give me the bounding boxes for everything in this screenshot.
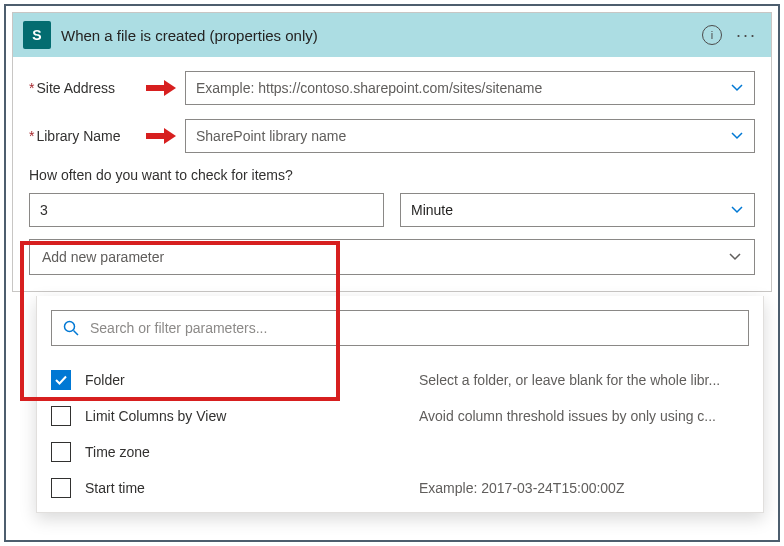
card-body: *Site Address Example: https://contoso.s… (13, 57, 771, 291)
right-arrow-icon (144, 126, 178, 146)
add-parameter-label: Add new parameter (42, 249, 164, 265)
unit-dropdown[interactable]: Minute (400, 193, 755, 227)
chevron-down-icon (728, 250, 742, 264)
trigger-card: S When a file is created (properties onl… (12, 12, 772, 292)
card-title: When a file is created (properties only) (61, 27, 318, 44)
param-checkbox[interactable] (51, 406, 71, 426)
annotation-arrow (137, 126, 185, 146)
param-label: Limit Columns by View (85, 408, 405, 424)
chevron-down-icon (730, 203, 744, 217)
param-label: Start time (85, 480, 405, 496)
site-address-placeholder: Example: https://contoso.sharepoint.com/… (196, 80, 542, 96)
site-address-row: *Site Address Example: https://contoso.s… (29, 71, 755, 105)
param-label: Folder (85, 372, 405, 388)
sharepoint-icon-letter: S (32, 27, 41, 43)
sharepoint-icon: S (23, 21, 51, 49)
chevron-down-icon (730, 81, 744, 95)
frequency-row: 3 Minute (29, 193, 755, 227)
screenshot-frame: S When a file is created (properties onl… (4, 4, 780, 542)
param-item-time-zone[interactable]: Time zone (51, 434, 749, 470)
library-name-dropdown[interactable]: SharePoint library name (185, 119, 755, 153)
param-checkbox[interactable] (51, 442, 71, 462)
search-placeholder: Search or filter parameters... (90, 320, 738, 336)
library-name-label: *Library Name (29, 128, 137, 144)
right-arrow-icon (144, 78, 178, 98)
annotation-arrow (137, 78, 185, 98)
svg-point-0 (65, 322, 75, 332)
param-item-limit-columns[interactable]: Limit Columns by View Avoid column thres… (51, 398, 749, 434)
search-icon (62, 319, 80, 337)
interval-input[interactable]: 3 (29, 193, 384, 227)
unit-value: Minute (411, 202, 453, 218)
library-name-row: *Library Name SharePoint library name (29, 119, 755, 153)
param-checkbox[interactable] (51, 370, 71, 390)
more-menu-icon[interactable]: ··· (732, 25, 761, 46)
param-item-start-time[interactable]: Start time Example: 2017-03-24T15:00:00Z (51, 470, 749, 506)
parameters-popup: Search or filter parameters... Folder Se… (36, 296, 764, 513)
site-address-dropdown[interactable]: Example: https://contoso.sharepoint.com/… (185, 71, 755, 105)
param-desc: Avoid column threshold issues by only us… (419, 408, 749, 424)
param-desc: Select a folder, or leave blank for the … (419, 372, 749, 388)
site-address-label: *Site Address (29, 80, 137, 96)
add-parameter-dropdown[interactable]: Add new parameter (29, 239, 755, 275)
svg-line-1 (74, 331, 79, 336)
library-name-placeholder: SharePoint library name (196, 128, 346, 144)
param-label: Time zone (85, 444, 405, 460)
check-icon (54, 373, 68, 387)
chevron-down-icon (730, 129, 744, 143)
info-icon[interactable]: i (702, 25, 722, 45)
param-item-folder[interactable]: Folder Select a folder, or leave blank f… (51, 362, 749, 398)
frequency-label: How often do you want to check for items… (29, 167, 755, 183)
parameter-search-input[interactable]: Search or filter parameters... (51, 310, 749, 346)
parameters-list: Folder Select a folder, or leave blank f… (51, 362, 749, 506)
card-header[interactable]: S When a file is created (properties onl… (13, 13, 771, 57)
param-desc: Example: 2017-03-24T15:00:00Z (419, 480, 749, 496)
interval-value: 3 (40, 202, 48, 218)
param-checkbox[interactable] (51, 478, 71, 498)
